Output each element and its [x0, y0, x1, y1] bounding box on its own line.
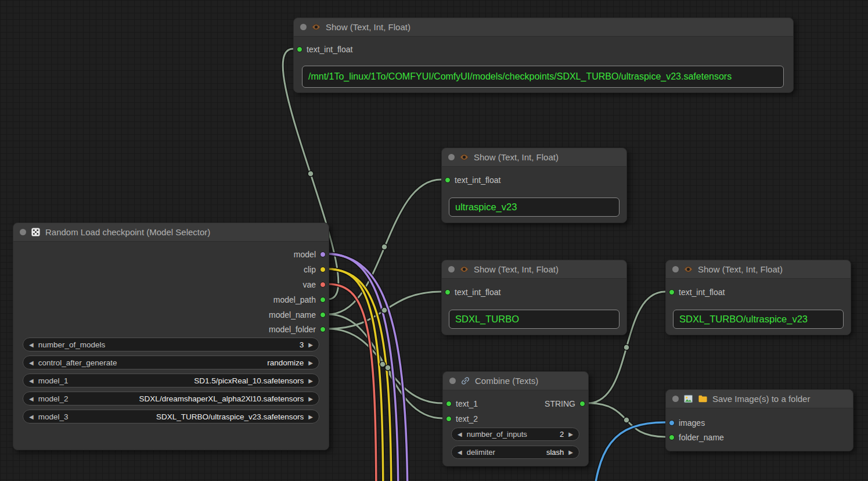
- collapse-dot[interactable]: [20, 229, 26, 235]
- input-slot-images[interactable]: images: [669, 417, 705, 429]
- widget-number-of-inputs[interactable]: ◀ number_of_inputs 2 ▶: [451, 428, 579, 441]
- output-slot-model[interactable]: model: [294, 248, 326, 261]
- node-header[interactable]: Combine (Texts): [443, 372, 588, 390]
- widget-label: number_of_models: [38, 340, 106, 349]
- left-arrow-icon[interactable]: ◀: [29, 396, 34, 402]
- left-arrow-icon[interactable]: ◀: [29, 378, 34, 384]
- output-dot-model-name[interactable]: [320, 312, 326, 318]
- output-dot-model-path[interactable]: [320, 297, 326, 303]
- show-value-box[interactable]: SDXL_TURBO/ultraspice_v23: [673, 310, 844, 329]
- node-header[interactable]: Random Load checkpoint (Model Selector): [13, 223, 329, 242]
- input-label: text_int_float: [307, 45, 352, 54]
- output-slot-model-folder[interactable]: model_folder: [269, 323, 326, 336]
- widget-model-2[interactable]: ◀ model_2 SDXL/dreamshaperXL_alpha2Xl10.…: [23, 392, 319, 405]
- node-show-model-folder[interactable]: Show (Text, Int, Float) text_int_float S…: [441, 260, 627, 335]
- widget-model-1[interactable]: ◀ model_1 SD1.5/picxReal_10.safetensors …: [23, 374, 319, 387]
- right-arrow-icon[interactable]: ▶: [308, 342, 313, 348]
- collapse-dot[interactable]: [448, 154, 455, 160]
- right-arrow-icon[interactable]: ▶: [308, 414, 313, 420]
- output-slot-model-name[interactable]: model_name: [269, 308, 326, 321]
- eye-icon: [311, 22, 321, 32]
- right-arrow-icon[interactable]: ▶: [568, 431, 573, 437]
- input-label: folder_name: [679, 433, 724, 442]
- node-show-combined[interactable]: Show (Text, Int, Float) text_int_float S…: [665, 260, 851, 335]
- widget-label: model_3: [38, 412, 69, 421]
- node-header[interactable]: Show (Text, Int, Float): [442, 148, 626, 167]
- input-dot-folder-name[interactable]: [669, 435, 675, 440]
- left-arrow-icon[interactable]: ◀: [458, 449, 462, 455]
- widget-model-3[interactable]: ◀ model_3 SDXL_TURBO/ultraspice_v23.safe…: [23, 410, 319, 423]
- input-slot-text-2[interactable]: text_2: [446, 412, 478, 425]
- collapse-dot[interactable]: [672, 396, 679, 402]
- input-label: text_int_float: [679, 288, 725, 297]
- right-arrow-icon[interactable]: ▶: [568, 449, 573, 455]
- input-dot[interactable]: [669, 289, 675, 295]
- output-slot-string[interactable]: STRING: [545, 397, 585, 410]
- input-slot-text-int-float[interactable]: text_int_float: [445, 174, 500, 186]
- right-arrow-icon[interactable]: ▶: [308, 378, 313, 384]
- collapse-dot[interactable]: [448, 266, 455, 272]
- eye-icon: [683, 264, 693, 274]
- input-slot-folder-name[interactable]: folder_name: [669, 431, 724, 444]
- right-arrow-icon[interactable]: ▶: [308, 396, 313, 402]
- node-show-model-name[interactable]: Show (Text, Int, Float) text_int_float u…: [441, 148, 627, 223]
- node-show-model-path[interactable]: Show (Text, Int, Float) text_int_float /…: [293, 17, 794, 93]
- node-header[interactable]: Show (Text, Int, Float): [294, 18, 793, 37]
- show-value-box[interactable]: SDXL_TURBO: [449, 310, 620, 329]
- node-header[interactable]: Show (Text, Int, Float): [666, 260, 851, 279]
- collapse-dot[interactable]: [300, 24, 307, 30]
- output-slot-model-path[interactable]: model_path: [273, 293, 326, 306]
- node-title: Save Image(s) to a folder: [712, 394, 810, 404]
- widget-value: SDXL/dreamshaperXL_alpha2Xl10.safetensor…: [139, 394, 304, 403]
- node-title: Show (Text, Int, Float): [474, 264, 559, 274]
- input-dot[interactable]: [446, 401, 452, 407]
- widget-control-after-generate[interactable]: ◀ control_after_generate randomize ▶: [23, 356, 319, 369]
- node-combine-texts[interactable]: Combine (Texts) text_1 text_2 STRING ◀ n…: [442, 371, 589, 466]
- widget-value: randomize: [267, 358, 304, 367]
- left-arrow-icon[interactable]: ◀: [29, 342, 34, 348]
- right-arrow-icon[interactable]: ▶: [308, 360, 313, 366]
- input-dot[interactable]: [445, 289, 451, 295]
- input-dot[interactable]: [297, 46, 302, 52]
- output-slot-vae[interactable]: vae: [302, 278, 326, 291]
- node-header[interactable]: Save Image(s) to a folder: [666, 390, 853, 408]
- node-save-images[interactable]: Save Image(s) to a folder images folder_…: [665, 389, 853, 451]
- output-label: STRING: [545, 399, 575, 408]
- output-dot-clip[interactable]: [320, 267, 326, 272]
- left-arrow-icon[interactable]: ◀: [29, 360, 34, 366]
- widget-value: 2: [560, 430, 564, 439]
- input-dot-images[interactable]: [669, 420, 675, 426]
- output-label: model_folder: [269, 325, 316, 334]
- output-dot-model[interactable]: [320, 252, 326, 257]
- widget-label: model_2: [38, 394, 69, 403]
- input-dot[interactable]: [445, 177, 451, 183]
- show-value-box[interactable]: /mnt/1To_linux/1To/COMFYUI/ComfyUI/model…: [302, 66, 784, 88]
- input-slot-text-int-float[interactable]: text_int_float: [445, 286, 500, 299]
- collapse-dot[interactable]: [672, 266, 679, 272]
- node-title: Show (Text, Int, Float): [698, 264, 783, 274]
- node-title: Show (Text, Int, Float): [326, 22, 410, 32]
- collapse-dot[interactable]: [449, 378, 456, 384]
- left-arrow-icon[interactable]: ◀: [29, 414, 34, 420]
- output-dot-string[interactable]: [579, 401, 585, 407]
- output-label: vae: [302, 280, 316, 289]
- output-slot-clip[interactable]: clip: [304, 263, 326, 276]
- input-slot-text-1[interactable]: text_1: [446, 397, 478, 410]
- dice-icon: [31, 227, 41, 237]
- left-arrow-icon[interactable]: ◀: [458, 431, 462, 437]
- node-model-selector[interactable]: Random Load checkpoint (Model Selector) …: [13, 222, 329, 450]
- widget-value: SD1.5/picxReal_10.safetensors: [194, 376, 304, 385]
- node-title: Random Load checkpoint (Model Selector): [45, 227, 210, 237]
- eye-icon: [459, 264, 469, 274]
- widget-number-of-models[interactable]: ◀ number_of_models 3 ▶: [23, 338, 319, 351]
- output-dot-vae[interactable]: [320, 282, 326, 288]
- input-slot-text-int-float[interactable]: text_int_float: [669, 286, 725, 299]
- widget-label: delimiter: [467, 448, 495, 457]
- input-slot-text-int-float[interactable]: text_int_float: [297, 43, 352, 56]
- link-icon: [460, 376, 470, 386]
- show-value-box[interactable]: ultraspice_v23: [449, 198, 620, 217]
- input-dot[interactable]: [446, 416, 452, 422]
- widget-delimiter[interactable]: ◀ delimiter slash ▶: [451, 446, 579, 459]
- node-header[interactable]: Show (Text, Int, Float): [442, 260, 626, 279]
- output-dot-model-folder[interactable]: [320, 326, 326, 332]
